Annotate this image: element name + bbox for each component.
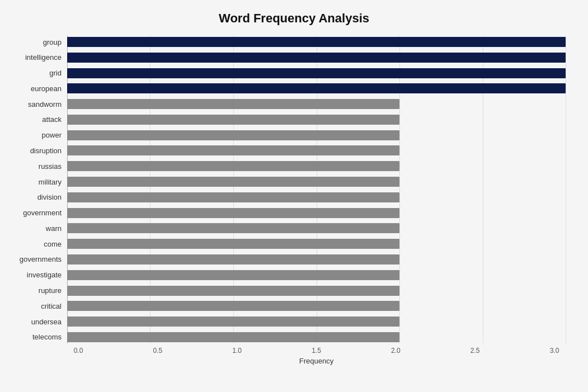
bar-row: power — [67, 129, 566, 141]
bar-row: group — [67, 36, 566, 48]
bar-label: come — [6, 240, 67, 248]
bar-track — [67, 145, 566, 155]
bar-label: sandworm — [6, 100, 67, 108]
bar-fill — [67, 317, 399, 327]
bar-track — [67, 115, 566, 125]
bar-track — [67, 223, 566, 233]
bar-fill — [67, 53, 566, 63]
x-tick: 2.5 — [464, 347, 486, 355]
bar-fill — [67, 68, 566, 78]
bar-row: rupture — [67, 285, 566, 297]
bar-fill — [67, 83, 566, 93]
bar-track — [67, 68, 566, 78]
bar-track — [67, 239, 566, 249]
bar-track — [67, 208, 566, 218]
bar-track — [67, 270, 566, 280]
bar-row: grid — [67, 67, 566, 79]
x-tick: 1.0 — [226, 347, 248, 355]
bar-track — [67, 99, 566, 109]
x-ticks: 0.00.51.01.52.02.53.0 — [67, 343, 566, 355]
bar-fill — [67, 332, 399, 342]
bar-label: governments — [6, 255, 67, 263]
bar-label: telecoms — [6, 333, 67, 341]
bar-fill — [67, 223, 399, 233]
bar-row: disruption — [67, 144, 566, 157]
bar-row: military — [67, 176, 566, 188]
bar-track — [67, 83, 566, 93]
x-tick: 1.5 — [305, 347, 327, 355]
bar-label: power — [6, 131, 67, 139]
bar-row: critical — [67, 300, 566, 312]
bar-row: come — [67, 238, 566, 250]
bar-label: intelligence — [6, 53, 67, 62]
chart-container: Word Frequency Analysis groupintelligenc… — [0, 0, 588, 392]
bar-fill — [67, 286, 399, 296]
bar-label: government — [6, 209, 67, 217]
x-tick: 0.5 — [147, 347, 169, 355]
chart-title: Word Frequency Analysis — [22, 11, 566, 26]
bar-track — [67, 332, 566, 342]
bar-label: european — [6, 84, 67, 93]
bar-fill — [67, 177, 399, 187]
bar-label: attack — [6, 115, 67, 124]
bar-track — [67, 286, 566, 296]
bar-label: disruption — [6, 147, 67, 155]
bar-row: attack — [67, 114, 566, 126]
bar-label: investigate — [6, 271, 67, 279]
bar-fill — [67, 192, 399, 202]
bar-row: division — [67, 191, 566, 204]
x-tick: 0.0 — [67, 347, 90, 355]
bar-fill — [67, 37, 566, 47]
bar-label: critical — [6, 302, 67, 310]
bar-label: undersea — [6, 318, 67, 326]
bar-fill — [67, 130, 399, 140]
bar-label: group — [6, 38, 67, 46]
bar-row: warn — [67, 222, 566, 234]
bar-row: russias — [67, 160, 566, 172]
bar-fill — [67, 115, 399, 125]
bar-row: european — [67, 82, 566, 95]
bar-row: intelligence — [67, 51, 566, 64]
bar-label: russias — [6, 162, 67, 171]
bar-fill — [67, 208, 399, 218]
bar-row: undersea — [67, 315, 566, 328]
bar-label: military — [6, 178, 67, 186]
bar-track — [67, 161, 566, 171]
bar-row: governments — [67, 253, 566, 266]
x-axis-label: Frequency — [67, 357, 566, 365]
bar-track — [67, 53, 566, 63]
bar-track — [67, 317, 566, 327]
bar-label: division — [6, 193, 67, 201]
bar-fill — [67, 270, 399, 280]
bars-wrapper: groupintelligencegrideuropeansandwormatt… — [67, 36, 566, 343]
bar-fill — [67, 239, 399, 249]
x-tick: 3.0 — [543, 347, 566, 355]
x-tick: 2.0 — [384, 347, 407, 355]
bar-fill — [67, 145, 399, 155]
bar-track — [67, 37, 566, 47]
x-axis: 0.00.51.01.52.02.53.0 Frequency — [67, 343, 566, 366]
bar-track — [67, 177, 566, 187]
bar-track — [67, 192, 566, 202]
bar-label: rupture — [6, 286, 67, 295]
bar-fill — [67, 161, 399, 171]
bar-fill — [67, 99, 399, 109]
bar-row: government — [67, 207, 566, 219]
grid-line — [566, 36, 566, 343]
bar-row: investigate — [67, 269, 566, 281]
bar-fill — [67, 301, 399, 311]
chart-area: groupintelligencegrideuropeansandwormatt… — [67, 36, 566, 366]
bar-fill — [67, 254, 399, 265]
bar-row: sandworm — [67, 98, 566, 110]
bar-track — [67, 254, 566, 265]
bar-track — [67, 301, 566, 311]
bar-track — [67, 130, 566, 140]
bar-label: warn — [6, 224, 67, 233]
bar-row: telecoms — [67, 331, 566, 343]
bar-label: grid — [6, 69, 67, 77]
